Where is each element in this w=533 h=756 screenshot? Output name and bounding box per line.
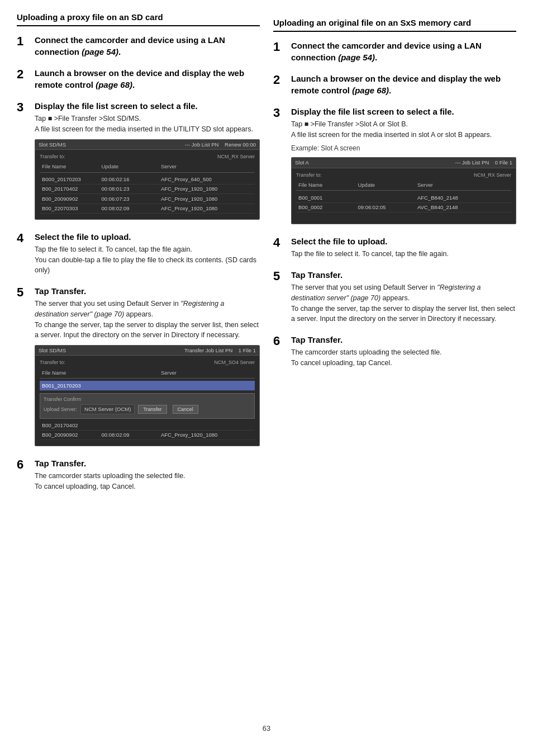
right-step-2-content: Launch a browser on the device and displ… [291,73,516,98]
table-row: B00_20090902 00:06:07:23 AFC_Proxy_1920_… [40,194,255,204]
row-filename: B00_22070303 [40,205,99,212]
row-filename: B00_20090902 [40,431,99,438]
ncm-rx-server-1: NCM_RX Server [217,153,255,160]
step-4-content: Select the file to upload. Tap the file … [35,231,260,277]
left-step-6: 6 Tap Transfer. The camcorder starts upl… [17,457,260,494]
left-column: Uploading a proxy file on an SD card 1 C… [17,11,260,707]
right-step-3-heading: Display the file list screen to select a… [291,106,516,117]
step-3-content: Display the file list screen to select a… [35,100,260,223]
table-row: B00_0002 09:06:02:05 AVC_B840_2148 [296,203,511,212]
left-step-1: 1 Connect the camcorder and device using… [17,34,260,59]
screen-title-bar-1: Slot SD/MS --- Job List PN Renew 00:00 [35,140,259,150]
screen-title-1: Slot SD/MS [39,141,66,148]
col-update-1: Update [99,163,158,170]
right-step-6-content: Tap Transfer. The camcorder starts uploa… [291,334,516,370]
table-row: B00_20170402 00:08:01:23 AFC_Proxy_1920_… [40,185,255,194]
table-row[interactable]: B001_20170203 [40,381,255,390]
step-6-text: The camcorder starts uploading the selec… [35,471,260,492]
row-date [99,422,158,429]
step-number-1: 1 [17,35,29,48]
row-date [99,382,158,389]
right-step-4-content: Select the file to upload. Tap the file … [291,235,516,261]
cancel-button[interactable]: Cancel [173,405,198,414]
col-filename-2: File Name [40,369,99,376]
row-filename: B00_20170402 [40,185,99,192]
step-number-4: 4 [17,232,29,244]
page: Uploading a proxy file on an SD card 1 C… [0,0,533,756]
col-update-2 [99,369,158,376]
col-server-2: Server [159,369,255,376]
step-4-text: Tap the file to select it. To cancel, ta… [35,244,260,276]
right-step-number-4: 4 [273,237,285,249]
row-filename: B00_20170402 [40,422,99,429]
screen-header-labels-1: Transfer to: NCM_RX Server [40,153,255,160]
right-step-5: 5 Tap Transfer. The server that you set … [273,269,516,326]
right-step-6-heading: Tap Transfer. [291,334,516,346]
row-date [355,194,415,201]
row-server [159,382,255,389]
screen-status-right: --- Job List PN 0 File 1 [455,159,512,166]
right-step-number-1: 1 [273,41,285,53]
example-label: Example: Slot A screen [291,144,516,153]
right-step-1: 1 Connect the camcorder and device using… [273,40,516,65]
right-step-2-heading: Launch a browser on the device and displ… [291,73,516,96]
step-3-heading: Display the file list screen to select a… [35,100,260,112]
screen-col-headers-2: File Name Server [40,369,255,379]
row-server [159,422,255,429]
ncm-rx-server-right: NCM_RX Server [474,172,511,179]
step-number-3: 3 [17,101,29,114]
right-step-3-content: Display the file list screen to select a… [291,106,516,228]
table-row: B00_22070303 00:08:02:09 AFC_Proxy_1920_… [40,204,255,214]
left-step-3: 3 Display the file list screen to select… [17,100,260,223]
col-server-1: Server [159,163,255,170]
row-filename: B00_0001 [296,194,355,201]
right-step-6-text: The camcorder starts uploading the selec… [291,347,516,368]
table-row: B00_20090902 00:08:02:09 AFC_Proxy_1920_… [40,431,255,440]
row-date: 09:06:02:05 [355,204,415,211]
left-step-5: 5 Tap Transfer. The server that you set … [17,285,260,450]
step-5-content: Tap Transfer. The server that you set us… [35,285,260,450]
row-server: AFC_Proxy_640_500 [159,176,255,183]
step-number-6: 6 [17,459,29,471]
screen-title-bar-right: Slot A --- Job List PN 0 File 1 [292,158,516,168]
right-step-3-text: Tap ■ >File Transfer >Slot A or Slot B. … [291,119,516,140]
row-date: 00:08:01:23 [99,185,158,192]
transfer-confirm-title: Transfer Confirm [44,396,251,403]
col-update-right: Update [355,181,415,188]
transfer-to-label-1: Transfer to: [40,153,65,160]
step-1-content: Connect the camcorder and device using a… [35,34,260,59]
page-number: 63 [17,724,516,734]
transfer-button[interactable]: Transfer [138,405,166,414]
transfer-confirm-dialog: Transfer Confirm Upload Server: NCM Serv… [40,393,255,419]
screen-title-2: Slot SD/MS [39,347,66,354]
table-row: B00_20170402 [40,421,255,431]
screen-header-labels-right: Transfer to: NCM_RX Server [296,172,511,179]
right-step-4-heading: Select the file to upload. [291,235,516,247]
screen-status-1: --- Job List PN Renew 00:00 [185,141,256,148]
step-1-heading: Connect the camcorder and device using a… [35,34,260,58]
right-section-title: Uploading an original file on an SxS mem… [273,17,516,32]
right-step-5-text: The server that you set using Default Se… [291,282,516,324]
left-section-title: Uploading a proxy file on an SD card [17,11,260,26]
screen-slot-sdms-2: Slot SD/MS Transfer Job List PN 1 File 1… [35,345,260,446]
row-server: AFC_Proxy_1920_1080 [159,185,255,192]
ncm-server-2: NCM_SO4 Server [214,359,255,366]
row-date: 00:06:07:23 [99,195,158,202]
right-step-number-3: 3 [273,107,285,119]
step-number-2: 2 [17,68,29,81]
transfer-to-label-right: Transfer to: [296,172,322,179]
right-step-number-6: 6 [273,335,285,347]
right-step-3: 3 Display the file list screen to select… [273,106,516,228]
right-step-1-heading: Connect the camcorder and device using a… [291,40,516,63]
col-filename-right: File Name [296,181,355,188]
step-5-heading: Tap Transfer. [35,285,260,297]
table-row: B000_20170203 00:06:02:16 AFC_Proxy_640_… [40,175,255,185]
right-step-4-text: Tap the file to select it. To cancel, ta… [291,249,516,259]
screen-slot-a: Slot A --- Job List PN 0 File 1 Transfer… [291,157,516,224]
screen-slot-sdms-1: Slot SD/MS --- Job List PN Renew 00:00 T… [35,139,260,220]
row-date: 00:08:02:09 [99,205,158,212]
step-5-text: The server that you set using Default Se… [35,299,260,341]
screen-title-right: Slot A [295,159,309,166]
step-4-heading: Select the file to upload. [35,231,260,243]
screen-status-2: Transfer Job List PN 1 File 1 [184,347,256,354]
